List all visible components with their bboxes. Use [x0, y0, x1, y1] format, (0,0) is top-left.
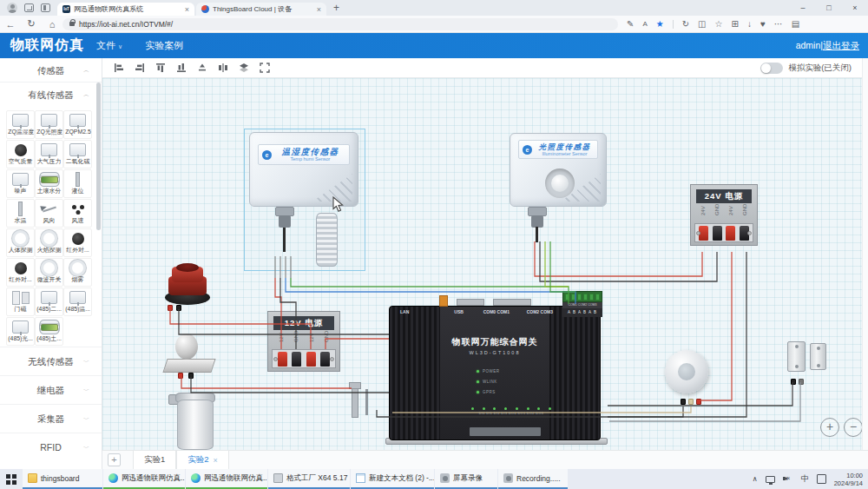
taskbar-app-3[interactable]: 格式工厂 X64 5.17 [268, 469, 350, 489]
terminal-clamp[interactable] [699, 226, 708, 241]
terminal[interactable] [188, 373, 194, 379]
profile-avatar-icon[interactable] [7, 3, 17, 13]
tab-close-icon[interactable]: × [185, 5, 189, 14]
align-top-icon[interactable] [153, 61, 168, 75]
terminal-clamp[interactable] [306, 352, 316, 367]
sensor-item-2[interactable]: ZQPM2.5 [63, 110, 92, 139]
sensor-item-22[interactable]: (485)土... [35, 317, 63, 346]
illuminometer-sensor-device[interactable]: e 光照度传感器 Illuminometer Sensor [510, 133, 607, 207]
terminal[interactable] [696, 399, 701, 405]
sensor-item-10[interactable]: 风向 [35, 199, 63, 228]
favorites-bar-icon[interactable]: ☆ [715, 19, 723, 29]
sidebar-section-sensors[interactable]: 传感器︿ [0, 58, 102, 83]
psu-24v-device[interactable]: 24V 电源 24V GND 24V GND [690, 184, 758, 246]
terminal[interactable] [178, 373, 183, 379]
taskbar-app-1[interactable]: 网迅通物联网仿真... [103, 469, 185, 489]
sensor-item-1[interactable]: ZQ光照度 [35, 110, 63, 139]
sensor-item-18[interactable]: 门磁 [6, 287, 35, 316]
sensor-item-9[interactable]: 水温 [6, 199, 35, 228]
vertical-tabs-icon[interactable] [41, 3, 50, 12]
sensor-item-21[interactable]: (485)光... [6, 317, 35, 346]
collections-icon[interactable]: ⊞ [732, 19, 739, 29]
taskbar-app-4[interactable]: 新建文本文档 (2) -... [351, 469, 434, 489]
minimize-button[interactable]: – [790, 0, 816, 16]
mirror-icon[interactable] [215, 61, 231, 75]
sidebar-section-wired[interactable]: 有线传感器︿ [0, 83, 102, 107]
new-tab-button[interactable]: + [333, 2, 339, 14]
close-button[interactable]: × [842, 0, 868, 16]
reload-icon[interactable]: ↻ [21, 18, 42, 30]
fit-screen-icon[interactable] [257, 61, 273, 75]
volume-muted-icon[interactable] [783, 475, 793, 484]
essentials-icon[interactable]: ♥ [760, 19, 766, 29]
terminal-clamp[interactable] [320, 352, 330, 367]
maximize-button[interactable]: □ [816, 0, 842, 16]
sensor-item-14[interactable]: 红外对... [63, 228, 92, 257]
sensor-item-0[interactable]: ZQ温湿度 [6, 110, 35, 139]
terminal-clamp[interactable] [726, 226, 735, 241]
menu-cases[interactable]: 实验案例 [145, 39, 183, 52]
sidebar-section-0[interactable]: 无线传感器﹀ [0, 347, 102, 375]
zoom-out-button[interactable]: − [844, 418, 862, 437]
ime-indicator[interactable]: 中 [801, 473, 809, 485]
distribute-icon[interactable] [194, 61, 210, 75]
tab-close-icon[interactable]: × [214, 456, 218, 465]
sensor-item-6[interactable]: 噪声 [6, 169, 35, 198]
cylinder-device[interactable] [168, 393, 220, 450]
more-options-icon[interactable]: ⋯ [774, 19, 783, 29]
browser-tab-iot[interactable]: IoT 网迅通物联网仿真系统 × [57, 3, 194, 16]
sidebar-section-1[interactable]: 继电器﹀ [0, 375, 102, 404]
taskbar-app-0[interactable]: thingsboard [23, 469, 102, 489]
start-button[interactable] [0, 469, 23, 489]
terminal[interactable] [176, 305, 181, 311]
read-aloud-icon[interactable]: A [642, 20, 647, 28]
emergency-button-device[interactable] [165, 262, 210, 307]
home-icon[interactable]: ⌂ [42, 19, 62, 30]
network-icon[interactable] [766, 476, 775, 483]
sensor-item-4[interactable]: 大气压力 [35, 140, 63, 169]
terminal[interactable] [791, 379, 796, 385]
taskbar-app-6[interactable]: Recording..... [498, 469, 568, 489]
experiment-tab-1[interactable]: 实验1 [133, 451, 176, 470]
terminal[interactable] [688, 399, 694, 405]
workspaces-icon[interactable] [24, 3, 34, 12]
downloads-icon[interactable]: ↓ [747, 19, 752, 29]
taskbar-app-5[interactable]: 屏幕录像 [435, 469, 497, 489]
bell-button-device[interactable] [163, 330, 219, 379]
align-right-icon[interactable] [132, 61, 148, 75]
sensor-item-11[interactable]: 风速 [63, 199, 92, 228]
terminal-clamp[interactable] [713, 226, 722, 241]
terminal[interactable] [168, 305, 173, 311]
edit-url-icon[interactable]: ✎ [627, 19, 634, 29]
rs485-terminal-block[interactable]: COM1 COM2 COM3 A B A B A B [562, 291, 602, 318]
sensor-item-20[interactable]: (485)温... [63, 287, 92, 316]
taskbar-app-2[interactable]: 网迅通物联网仿真... [186, 469, 267, 489]
copilot-sidebar-icon[interactable]: ▤ [792, 19, 799, 29]
split-screen-icon[interactable]: ◫ [698, 19, 706, 29]
terminal[interactable] [681, 399, 686, 405]
door-magnet-device[interactable] [787, 340, 829, 389]
sidebar-section-2[interactable]: 采集器﹀ [0, 404, 102, 433]
terminal-clamp[interactable] [278, 352, 287, 367]
sensor-item-12[interactable]: 人体探测 [6, 228, 35, 257]
sensor-item-17[interactable]: 烟雾 [63, 258, 92, 287]
taskbar-clock[interactable]: 10:00 2024/9/14 [834, 472, 863, 487]
sensor-item-7[interactable]: 土壤水分 [35, 169, 63, 198]
sensor-item-19[interactable]: (485)二... [35, 287, 63, 316]
browser-tab-thingsboard[interactable]: ThingsBoard Cloud | 设备 × [196, 3, 326, 16]
url-field[interactable]: https://iot-ai.net.cn/IOTVM/#/ [62, 18, 618, 30]
touch-keyboard-icon[interactable] [817, 474, 826, 484]
sensor-item-3[interactable]: 空气质量 [6, 140, 35, 169]
psu-12v-device[interactable]: 12V 电源 12V GND 12V GND [267, 311, 340, 372]
layers-icon[interactable] [236, 61, 252, 75]
experiment-tab-2[interactable]: 实验2× [176, 451, 229, 470]
iot-gateway-device[interactable]: LAN USB COM0 COM1 COM2 COM3 物联网万能综合网关 WL… [389, 306, 601, 440]
history-icon[interactable]: ↻ [682, 19, 689, 29]
design-canvas[interactable]: e 温湿度传感器 Temp humi Sensor e [102, 78, 862, 450]
align-left-icon[interactable] [111, 61, 127, 75]
sensor-item-13[interactable]: 火焰探测 [35, 228, 63, 257]
sensor-item-16[interactable]: 微波开关 [35, 258, 63, 287]
terminal-clamp[interactable] [292, 352, 301, 367]
zoom-in-button[interactable]: + [820, 418, 839, 437]
sidebar-scrollbar[interactable] [96, 83, 101, 230]
